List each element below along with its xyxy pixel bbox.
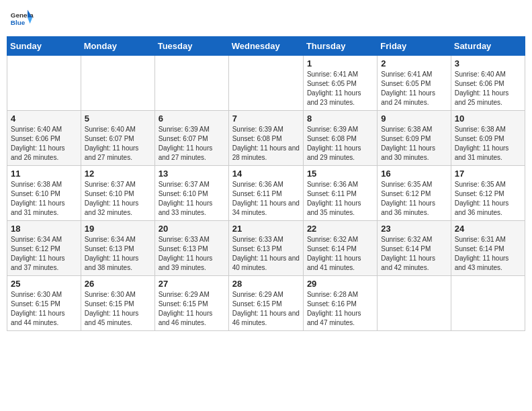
day-number: 24 bbox=[455, 224, 521, 234]
calendar-cell: 21Sunrise: 6:33 AM Sunset: 6:13 PM Dayli… bbox=[228, 221, 303, 276]
day-info: Sunrise: 6:30 AM Sunset: 6:15 PM Dayligh… bbox=[85, 290, 151, 328]
calendar-cell: 9Sunrise: 6:38 AM Sunset: 6:09 PM Daylig… bbox=[378, 111, 451, 166]
calendar-cell: 10Sunrise: 6:38 AM Sunset: 6:09 PM Dayli… bbox=[451, 111, 525, 166]
day-number: 6 bbox=[159, 113, 225, 124]
day-number: 20 bbox=[159, 224, 225, 234]
day-info: Sunrise: 6:34 AM Sunset: 6:13 PM Dayligh… bbox=[85, 235, 151, 273]
calendar-cell: 12Sunrise: 6:37 AM Sunset: 6:10 PM Dayli… bbox=[81, 166, 154, 221]
calendar-cell: 3Sunrise: 6:40 AM Sunset: 6:06 PM Daylig… bbox=[451, 56, 525, 111]
day-number: 28 bbox=[232, 279, 300, 289]
calendar-cell: 14Sunrise: 6:36 AM Sunset: 6:11 PM Dayli… bbox=[228, 166, 303, 221]
day-number: 7 bbox=[232, 113, 300, 124]
day-number: 23 bbox=[381, 224, 447, 234]
day-info: Sunrise: 6:32 AM Sunset: 6:14 PM Dayligh… bbox=[381, 235, 447, 273]
day-info: Sunrise: 6:40 AM Sunset: 6:06 PM Dayligh… bbox=[455, 70, 521, 107]
svg-marker-3 bbox=[28, 17, 32, 24]
day-number: 11 bbox=[11, 169, 77, 179]
calendar-cell: 5Sunrise: 6:40 AM Sunset: 6:07 PM Daylig… bbox=[81, 111, 154, 166]
day-number: 14 bbox=[232, 169, 300, 179]
day-number: 2 bbox=[381, 58, 447, 68]
day-number: 3 bbox=[455, 58, 521, 68]
day-number: 5 bbox=[85, 113, 151, 124]
calendar-cell: 8Sunrise: 6:39 AM Sunset: 6:08 PM Daylig… bbox=[303, 111, 377, 166]
calendar-day-header: Saturday bbox=[451, 37, 525, 56]
day-info: Sunrise: 6:41 AM Sunset: 6:05 PM Dayligh… bbox=[307, 70, 373, 107]
calendar-cell: 19Sunrise: 6:34 AM Sunset: 6:13 PM Dayli… bbox=[81, 221, 154, 276]
day-info: Sunrise: 6:31 AM Sunset: 6:14 PM Dayligh… bbox=[455, 235, 521, 273]
day-info: Sunrise: 6:29 AM Sunset: 6:15 PM Dayligh… bbox=[232, 290, 300, 328]
day-info: Sunrise: 6:32 AM Sunset: 6:14 PM Dayligh… bbox=[307, 235, 373, 273]
calendar-day-header: Tuesday bbox=[154, 37, 228, 56]
calendar-week-row: 18Sunrise: 6:34 AM Sunset: 6:12 PM Dayli… bbox=[7, 221, 525, 276]
day-info: Sunrise: 6:40 AM Sunset: 6:07 PM Dayligh… bbox=[85, 125, 151, 163]
day-info: Sunrise: 6:36 AM Sunset: 6:11 PM Dayligh… bbox=[232, 180, 300, 218]
svg-text:Blue: Blue bbox=[11, 19, 26, 26]
day-info: Sunrise: 6:28 AM Sunset: 6:16 PM Dayligh… bbox=[307, 290, 373, 328]
calendar-day-header: Thursday bbox=[303, 37, 377, 56]
calendar-cell: 4Sunrise: 6:40 AM Sunset: 6:06 PM Daylig… bbox=[7, 111, 81, 166]
calendar-cell: 2Sunrise: 6:41 AM Sunset: 6:05 PM Daylig… bbox=[378, 56, 451, 111]
day-number: 25 bbox=[11, 279, 77, 289]
calendar-cell bbox=[7, 56, 81, 111]
calendar-day-header: Sunday bbox=[7, 37, 81, 56]
day-number: 8 bbox=[307, 113, 373, 124]
day-info: Sunrise: 6:35 AM Sunset: 6:12 PM Dayligh… bbox=[455, 180, 521, 218]
day-number: 22 bbox=[307, 224, 373, 234]
day-number: 1 bbox=[307, 58, 373, 68]
calendar-cell bbox=[378, 276, 451, 331]
calendar-week-row: 25Sunrise: 6:30 AM Sunset: 6:15 PM Dayli… bbox=[7, 276, 525, 331]
day-number: 29 bbox=[307, 279, 373, 289]
calendar-cell bbox=[228, 56, 303, 111]
day-info: Sunrise: 6:41 AM Sunset: 6:05 PM Dayligh… bbox=[381, 70, 447, 107]
calendar-week-row: 11Sunrise: 6:38 AM Sunset: 6:10 PM Dayli… bbox=[7, 166, 525, 221]
calendar-cell: 1Sunrise: 6:41 AM Sunset: 6:05 PM Daylig… bbox=[303, 56, 377, 111]
day-number: 15 bbox=[307, 169, 373, 179]
calendar-week-row: 1Sunrise: 6:41 AM Sunset: 6:05 PM Daylig… bbox=[7, 56, 525, 111]
day-info: Sunrise: 6:38 AM Sunset: 6:09 PM Dayligh… bbox=[381, 125, 447, 163]
page-header: General Blue bbox=[7, 7, 525, 31]
calendar-week-row: 4Sunrise: 6:40 AM Sunset: 6:06 PM Daylig… bbox=[7, 111, 525, 166]
day-number: 26 bbox=[85, 279, 151, 289]
calendar-cell: 29Sunrise: 6:28 AM Sunset: 6:16 PM Dayli… bbox=[303, 276, 377, 331]
day-number: 17 bbox=[455, 169, 521, 179]
day-info: Sunrise: 6:39 AM Sunset: 6:07 PM Dayligh… bbox=[159, 125, 225, 163]
calendar-table: SundayMondayTuesdayWednesdayThursdayFrid… bbox=[7, 36, 525, 331]
calendar-cell: 26Sunrise: 6:30 AM Sunset: 6:15 PM Dayli… bbox=[81, 276, 154, 331]
day-info: Sunrise: 6:29 AM Sunset: 6:15 PM Dayligh… bbox=[159, 290, 225, 328]
calendar-cell: 27Sunrise: 6:29 AM Sunset: 6:15 PM Dayli… bbox=[154, 276, 228, 331]
day-info: Sunrise: 6:33 AM Sunset: 6:13 PM Dayligh… bbox=[232, 235, 300, 273]
calendar-cell: 7Sunrise: 6:39 AM Sunset: 6:08 PM Daylig… bbox=[228, 111, 303, 166]
calendar-cell bbox=[81, 56, 154, 111]
day-info: Sunrise: 6:39 AM Sunset: 6:08 PM Dayligh… bbox=[307, 125, 373, 163]
day-info: Sunrise: 6:37 AM Sunset: 6:10 PM Dayligh… bbox=[159, 180, 225, 218]
day-number: 13 bbox=[159, 169, 225, 179]
calendar-cell: 15Sunrise: 6:36 AM Sunset: 6:11 PM Dayli… bbox=[303, 166, 377, 221]
day-number: 9 bbox=[381, 113, 447, 124]
day-number: 19 bbox=[85, 224, 151, 234]
calendar-cell bbox=[451, 276, 525, 331]
calendar-cell: 17Sunrise: 6:35 AM Sunset: 6:12 PM Dayli… bbox=[451, 166, 525, 221]
logo: General Blue bbox=[9, 7, 35, 31]
calendar-cell: 13Sunrise: 6:37 AM Sunset: 6:10 PM Dayli… bbox=[154, 166, 228, 221]
calendar-cell: 18Sunrise: 6:34 AM Sunset: 6:12 PM Dayli… bbox=[7, 221, 81, 276]
day-info: Sunrise: 6:38 AM Sunset: 6:09 PM Dayligh… bbox=[455, 125, 521, 163]
calendar-cell: 22Sunrise: 6:32 AM Sunset: 6:14 PM Dayli… bbox=[303, 221, 377, 276]
day-info: Sunrise: 6:38 AM Sunset: 6:10 PM Dayligh… bbox=[11, 180, 77, 218]
calendar-cell: 6Sunrise: 6:39 AM Sunset: 6:07 PM Daylig… bbox=[154, 111, 228, 166]
calendar-day-header: Monday bbox=[81, 37, 154, 56]
day-number: 4 bbox=[11, 113, 77, 124]
day-info: Sunrise: 6:37 AM Sunset: 6:10 PM Dayligh… bbox=[85, 180, 151, 218]
calendar-cell: 16Sunrise: 6:35 AM Sunset: 6:12 PM Dayli… bbox=[378, 166, 451, 221]
calendar-cell: 11Sunrise: 6:38 AM Sunset: 6:10 PM Dayli… bbox=[7, 166, 81, 221]
day-info: Sunrise: 6:33 AM Sunset: 6:13 PM Dayligh… bbox=[159, 235, 225, 273]
day-info: Sunrise: 6:40 AM Sunset: 6:06 PM Dayligh… bbox=[11, 125, 77, 163]
day-number: 12 bbox=[85, 169, 151, 179]
calendar-cell: 24Sunrise: 6:31 AM Sunset: 6:14 PM Dayli… bbox=[451, 221, 525, 276]
day-number: 18 bbox=[11, 224, 77, 234]
calendar-cell: 23Sunrise: 6:32 AM Sunset: 6:14 PM Dayli… bbox=[378, 221, 451, 276]
calendar-cell: 28Sunrise: 6:29 AM Sunset: 6:15 PM Dayli… bbox=[228, 276, 303, 331]
day-info: Sunrise: 6:34 AM Sunset: 6:12 PM Dayligh… bbox=[11, 235, 77, 273]
day-info: Sunrise: 6:35 AM Sunset: 6:12 PM Dayligh… bbox=[381, 180, 447, 218]
day-info: Sunrise: 6:39 AM Sunset: 6:08 PM Dayligh… bbox=[232, 125, 300, 163]
day-number: 21 bbox=[232, 224, 300, 234]
